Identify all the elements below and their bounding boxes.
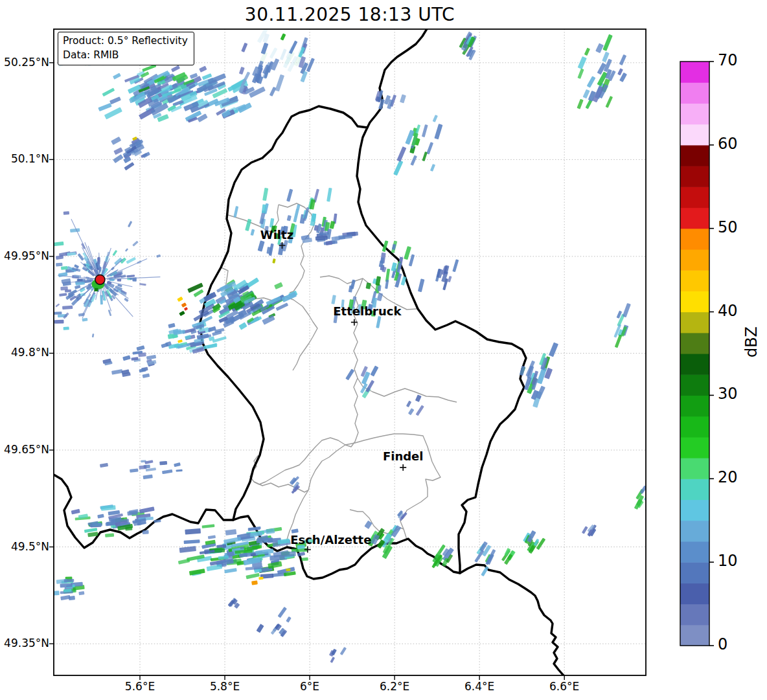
colorbar-tick-label: 20 bbox=[718, 468, 738, 486]
y-tick-label: 50.1°N bbox=[0, 152, 49, 165]
canton-borders bbox=[221, 203, 457, 547]
colorbar bbox=[680, 62, 714, 646]
y-tick-label: 49.8°N bbox=[0, 346, 49, 359]
city-label: Wiltz bbox=[260, 227, 293, 241]
data-source-line: Data: RMIB bbox=[63, 49, 188, 63]
colorbar-tick-label: 70 bbox=[718, 51, 738, 69]
colorbar-axis-label: dBZ bbox=[742, 321, 761, 363]
colorbar-tick-label: 0 bbox=[718, 635, 727, 653]
y-tick-label: 49.65°N bbox=[0, 443, 49, 456]
x-tick-label: 6.2°E bbox=[369, 680, 420, 693]
x-tick-label: 5.6°E bbox=[114, 680, 166, 693]
x-tick-label: 5.8°E bbox=[199, 680, 251, 693]
colorbar-tick-label: 10 bbox=[718, 552, 738, 570]
city-label: Ettelbruck bbox=[333, 304, 401, 317]
x-tick-label: 6°E bbox=[284, 680, 336, 693]
x-tick-label: 6.6°E bbox=[538, 680, 590, 693]
x-tick-label: 6.4°E bbox=[453, 680, 505, 693]
colorbar-tick-label: 50 bbox=[718, 218, 738, 236]
plot-frame bbox=[54, 29, 646, 675]
colorbar-tick-label: 60 bbox=[718, 135, 738, 153]
y-tick-label: 50.25°N bbox=[0, 56, 49, 69]
y-tick-label: 49.95°N bbox=[0, 249, 49, 262]
city-label: Esch/Alzette bbox=[290, 532, 371, 546]
radar-map-plot bbox=[0, 0, 767, 700]
gridlines bbox=[54, 29, 646, 675]
country-borders bbox=[54, 28, 565, 677]
city-marker bbox=[400, 464, 406, 471]
y-tick-label: 49.35°N bbox=[0, 637, 49, 649]
product-info-box: Product: 0.5° Reflectivity Data: RMIB bbox=[58, 32, 194, 65]
city-label: Findel bbox=[383, 449, 424, 462]
colorbar-tick-label: 30 bbox=[718, 385, 738, 403]
radar-figure: 30.11.2025 18:13 UTC Product: 0.5° Refle… bbox=[0, 0, 767, 700]
plot-area bbox=[48, 28, 652, 677]
y-tick-label: 49.5°N bbox=[0, 540, 49, 553]
city-marker bbox=[351, 319, 358, 326]
product-line: Product: 0.5° Reflectivity bbox=[63, 34, 188, 49]
colorbar-tick-label: 40 bbox=[718, 302, 738, 320]
